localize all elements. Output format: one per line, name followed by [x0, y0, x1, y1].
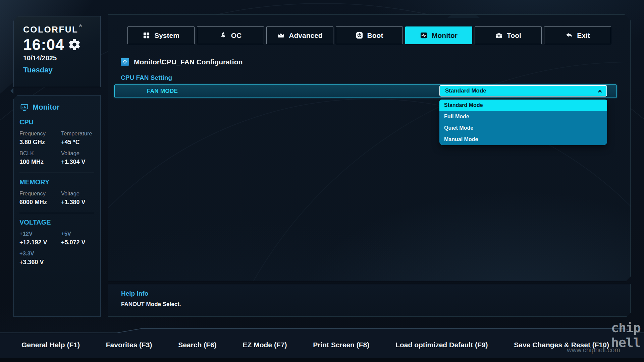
chiphell-url-watermark: www.chiphell.com	[567, 346, 620, 354]
sidebar-notch-decoration	[10, 88, 13, 94]
stat-cpu-temperature: Temperature +45 °C	[61, 130, 94, 146]
main-panel: System OC Advanced	[108, 14, 631, 281]
stat-cpu-voltage: Voltage +1.304 V	[61, 150, 94, 166]
divider	[19, 173, 94, 173]
tab-system[interactable]: System	[127, 26, 195, 44]
registered-mark: ®	[79, 24, 82, 28]
cpu-section-title: CPU	[19, 118, 94, 126]
config-return-icon[interactable]	[121, 58, 129, 66]
grid-icon	[143, 32, 150, 39]
fan-mode-dropdown: Standard Mode Full Mode Quiet Mode Manua…	[439, 100, 607, 145]
footer-ez-mode[interactable]: EZ Mode (F7)	[243, 341, 287, 349]
stat-5v: +5V +5.072 V	[61, 231, 94, 246]
rocket-icon	[219, 32, 227, 39]
stat-cpu-bclk: BCLK 100 MHz	[19, 150, 61, 166]
dropdown-option-standard-mode[interactable]: Standard Mode	[439, 100, 607, 111]
exit-arrow-icon	[565, 32, 573, 39]
breadcrumb: Monitor\CPU_FAN Configuration	[121, 58, 243, 66]
bios-screen: COLORFUL ® 16:04 10/14/2025 Tuesday Moni…	[0, 0, 644, 362]
help-title: Help Info	[121, 290, 630, 297]
divider	[19, 213, 94, 213]
tab-boot[interactable]: Boot	[336, 26, 403, 44]
brand-name: COLORFUL	[23, 24, 78, 35]
footer-load-default[interactable]: Load optimized Default (F9)	[395, 341, 488, 349]
stat-memory-voltage: Voltage +1.380 V	[61, 190, 94, 206]
crown-icon	[277, 32, 285, 39]
tab-oc[interactable]: OC	[197, 26, 264, 44]
clock-weekday: Tuesday	[23, 66, 100, 74]
tab-advanced[interactable]: Advanced	[266, 26, 333, 44]
footer-general-help[interactable]: General Help (F1)	[21, 341, 80, 349]
sidebar-title: Monitor	[33, 103, 60, 112]
footer-search[interactable]: Search (F6)	[178, 341, 216, 349]
dropdown-option-quiet-mode[interactable]: Quiet Mode	[439, 122, 607, 134]
dropdown-option-manual-mode[interactable]: Manual Mode	[439, 134, 607, 145]
fan-mode-selected-value: Standard Mode	[445, 87, 486, 94]
monitor-icon	[20, 103, 29, 112]
tab-exit[interactable]: Exit	[544, 26, 611, 44]
stat-3v3: +3.3V +3.360 V	[19, 250, 61, 266]
clock-date: 10/14/2025	[23, 54, 100, 62]
tab-bar: System OC Advanced	[127, 26, 611, 44]
memory-section-title: MEMORY	[19, 178, 94, 186]
stat-12v: +12V +12.192 V	[19, 231, 61, 246]
fan-mode-label: FAN MODE	[147, 88, 178, 95]
stat-memory-frequency: Frequency 6000 MHz	[19, 190, 61, 206]
power-icon	[356, 32, 363, 39]
stat-cpu-frequency: Frequency 3.80 GHz	[19, 130, 61, 146]
voltage-section-title: VOLTAGE	[19, 219, 94, 226]
brand-logo: COLORFUL ®	[23, 24, 100, 35]
breadcrumb-text: Monitor\CPU_FAN Configuration	[134, 58, 243, 66]
tab-monitor[interactable]: Monitor	[405, 26, 472, 44]
fan-mode-row[interactable]: FAN MODE Standard Mode	[114, 84, 617, 98]
sidebar-monitor-panel: Monitor CPU Frequency 3.80 GHz Temperatu…	[13, 95, 101, 317]
fan-mode-select[interactable]: Standard Mode	[439, 85, 607, 97]
dropdown-option-full-mode[interactable]: Full Mode	[439, 111, 607, 122]
toolbox-icon	[495, 32, 503, 39]
clock-panel: COLORFUL ® 16:04 10/14/2025 Tuesday	[13, 16, 101, 87]
gear-icon	[68, 38, 81, 51]
footer-print-screen[interactable]: Print Screen (F8)	[313, 341, 369, 349]
chiphell-logo-watermark: chip hell	[611, 320, 641, 350]
help-panel: Help Info FANOUT Mode Select.	[108, 284, 631, 317]
panel-notch-decoration	[447, 15, 480, 18]
footer-favorites[interactable]: Favorites (F3)	[106, 341, 152, 349]
pulse-icon	[420, 32, 428, 39]
help-text: FANOUT Mode Select.	[121, 301, 630, 308]
tab-tool[interactable]: Tool	[475, 26, 542, 44]
clock-time: 16:04	[23, 37, 64, 52]
footer-bar: General Help (F1) Favorites (F3) Search …	[0, 328, 644, 362]
caret-up-icon	[597, 89, 603, 93]
section-title: CPU FAN Setting	[121, 74, 172, 81]
